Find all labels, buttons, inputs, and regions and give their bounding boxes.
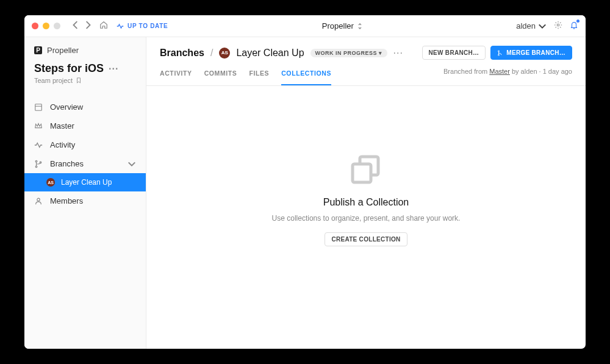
svg-point-0 [557, 24, 559, 26]
svg-point-3 [35, 166, 37, 168]
main: P Propeller Steps for iOS ··· Team proje… [24, 37, 586, 349]
project-subtitle: Team project [34, 77, 136, 84]
merge-icon [497, 50, 503, 56]
sidebar-item-label: Members [50, 196, 83, 205]
sidebar-item-members[interactable]: Members [24, 191, 146, 210]
header-row: Branches / AS Layer Clean Up WORK IN PRO… [146, 37, 586, 60]
sidebar-item-label: Branches [50, 159, 84, 168]
sidebar-item-master[interactable]: Master [24, 116, 146, 135]
notification-dot [576, 20, 580, 23]
sidebar-item-label: Overview [50, 102, 83, 112]
empty-title: Publish a Collection [323, 197, 409, 208]
sidebar-item-overview[interactable]: Overview [24, 98, 146, 116]
sidebar-item-label: Activity [50, 140, 75, 149]
pulse-icon [34, 141, 43, 149]
titlebar: UP TO DATE Propeller alden [24, 15, 586, 37]
sidebar-branch-label: Layer Clean Up [61, 178, 112, 187]
maximize-window-button[interactable] [54, 23, 60, 29]
app-title-label: Propeller [322, 21, 354, 30]
sidebar: P Propeller Steps for iOS ··· Team proje… [24, 37, 146, 349]
content: Branches / AS Layer Clean Up WORK IN PRO… [146, 37, 586, 349]
project-options-button[interactable]: ··· [109, 63, 118, 74]
new-branch-button[interactable]: NEW BRANCH… [422, 46, 486, 60]
titlebar-right: alden [516, 21, 578, 31]
window-controls [32, 23, 60, 29]
sidebar-item-label: Master [50, 121, 74, 130]
bookmark-icon [76, 77, 82, 84]
forward-button[interactable] [85, 21, 91, 32]
sidebar-item-activity[interactable]: Activity [24, 135, 146, 154]
sidebar-branch-layer-clean-up[interactable]: AS Layer Clean Up [24, 173, 146, 191]
project-title: Steps for iOS ··· [34, 62, 136, 75]
project-subtitle-label: Team project [34, 77, 73, 84]
chevron-down-icon [538, 22, 547, 30]
brand-label: Propeller [47, 46, 79, 55]
app-window: UP TO DATE Propeller alden P [24, 15, 586, 349]
sidebar-item-branches[interactable]: Branches [24, 154, 146, 173]
svg-point-7 [498, 54, 500, 55]
pulse-icon [117, 23, 124, 30]
branch-avatar: AS [219, 48, 230, 59]
create-collection-button[interactable]: CREATE COLLECTION [325, 232, 407, 246]
nav-arrows [73, 21, 91, 32]
branch-status-pill[interactable]: WORK IN PROGRESS ▾ [310, 49, 387, 57]
overview-icon [34, 103, 43, 112]
branch-icon [34, 160, 43, 168]
header-actions: NEW BRANCH… MERGE BRANCH… [422, 46, 572, 60]
svg-rect-9 [353, 164, 371, 182]
project-title-label: Steps for iOS [34, 62, 104, 75]
sidebar-nav: Overview Master Activity Branches [24, 98, 146, 210]
breadcrumb-root[interactable]: Branches [160, 48, 204, 59]
svg-point-6 [498, 50, 500, 51]
chevron-down-icon [127, 160, 136, 168]
empty-state: Publish a Collection Use collections to … [146, 68, 586, 330]
sync-status: UP TO DATE [117, 23, 168, 30]
settings-button[interactable] [554, 21, 562, 31]
titlebar-title[interactable]: Propeller [173, 21, 511, 30]
user-menu[interactable]: alden [516, 21, 547, 30]
sync-status-label: UP TO DATE [127, 23, 168, 29]
branch-title: Layer Clean Up [236, 48, 304, 59]
empty-subtitle: Use collections to organize, present, an… [272, 214, 461, 223]
brand-logo: P [34, 46, 42, 54]
crown-icon [34, 122, 43, 130]
sidebar-header: P Propeller Steps for iOS ··· Team proje… [24, 37, 146, 87]
merge-branch-button[interactable]: MERGE BRANCH… [490, 46, 572, 60]
minimize-window-button[interactable] [43, 23, 49, 29]
branch-status-label: WORK IN PROGRESS ▾ [315, 50, 382, 56]
breadcrumb: Branches / AS Layer Clean Up WORK IN PRO… [160, 48, 403, 59]
branch-options-button[interactable]: ··· [393, 48, 403, 59]
close-window-button[interactable] [32, 23, 38, 29]
notifications-button[interactable] [570, 21, 578, 31]
breadcrumb-separator: / [210, 48, 213, 59]
svg-rect-1 [35, 104, 42, 110]
branch-avatar: AS [46, 178, 55, 187]
svg-point-2 [35, 160, 37, 162]
collections-empty-icon [348, 152, 384, 191]
merge-branch-label: MERGE BRANCH… [506, 49, 565, 56]
home-button[interactable] [99, 21, 108, 32]
person-icon [34, 197, 43, 205]
user-name-label: alden [516, 21, 536, 30]
brand[interactable]: P Propeller [34, 46, 136, 55]
svg-point-5 [37, 198, 40, 201]
updown-icon [357, 23, 362, 30]
back-button[interactable] [73, 21, 79, 32]
